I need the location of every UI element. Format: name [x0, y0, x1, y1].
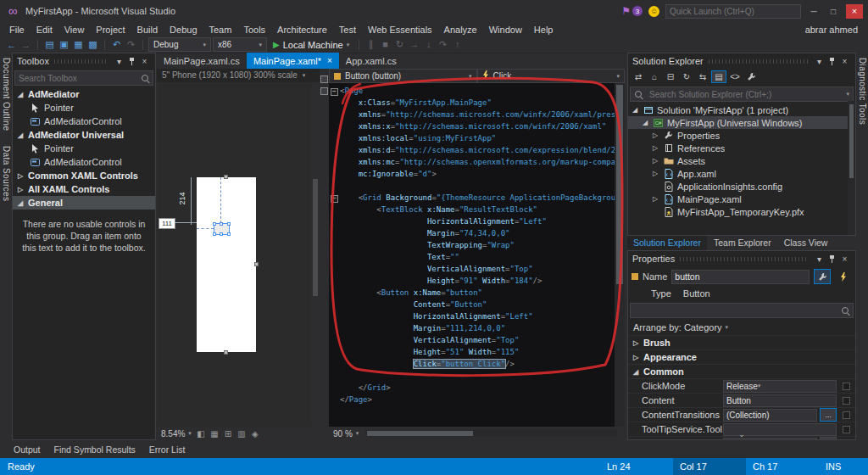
tool-tab-data-sources[interactable]: Data Sources [2, 141, 11, 206]
toolbox-item-pointer[interactable]: Pointer [13, 142, 155, 155]
code-line[interactable]: </Grid> [329, 382, 615, 394]
solution-explorer-search-input[interactable] [646, 90, 846, 99]
property-section-brush[interactable]: ▷Brush [628, 335, 855, 349]
save-all-icon[interactable]: ▩ [86, 39, 99, 50]
split-orientation-button[interactable] [320, 87, 328, 95]
configuration-dropdown[interactable]: Debug ▾ [148, 37, 211, 52]
refresh-icon[interactable]: ↻ [679, 70, 694, 83]
editor-zoom-value[interactable]: 90 % [333, 429, 353, 439]
maximize-button[interactable]: □ [826, 7, 840, 16]
zoom-fit-icon[interactable]: ◧ [195, 429, 207, 439]
property-section-appearance[interactable]: ▷Appearance [628, 349, 855, 364]
tree-item-solution-myfirstapp-1-project[interactable]: ◢Solution 'MyFirstApp' (1 project) [628, 103, 855, 116]
menu-analyze[interactable]: Analyze [438, 24, 483, 36]
code-line[interactable] [329, 180, 615, 192]
code-line[interactable] [329, 370, 615, 382]
properties-view-button[interactable] [814, 269, 831, 284]
notification-badge[interactable]: 3 [632, 6, 643, 16]
tree-item-app-xaml[interactable]: ▷App.xaml [628, 167, 855, 180]
code-line[interactable]: xmlns:mc="http://schemas.openxmlformats.… [329, 156, 615, 168]
fold-marker[interactable]: − [329, 192, 340, 204]
toolbox-group-admediator[interactable]: ◢AdMediator [13, 87, 155, 101]
artboard-bounds-icon[interactable]: ◈ [249, 429, 261, 439]
minimize-button[interactable]: ─ [807, 7, 821, 16]
step-over-icon[interactable]: ↷ [437, 39, 449, 50]
properties-icon[interactable] [743, 70, 759, 83]
editor-scrollbar[interactable] [615, 83, 625, 427]
expander-icon[interactable]: ▷ [651, 195, 659, 203]
editor-horizontal-scrollbar[interactable] [365, 430, 617, 437]
property-marker[interactable] [843, 397, 850, 405]
toolbox-search[interactable] [14, 70, 153, 86]
toolbox-header[interactable]: Toolbox ▾ × [13, 53, 155, 69]
designer-zoom-value[interactable]: 8.54% [161, 429, 185, 439]
snap-to-grid-icon[interactable]: ⊞ [222, 429, 234, 439]
tree-item-properties[interactable]: ▷Properties [628, 129, 855, 142]
smiley-feedback-icon[interactable]: ☺ [648, 6, 659, 17]
snaplines-toggle-icon[interactable]: ▥ [236, 429, 248, 439]
code-line[interactable]: − <Grid Background="{ThemeResource Appli… [329, 192, 615, 204]
save-icon[interactable]: ▦ [72, 39, 85, 50]
collection-editor-button[interactable]: ... [820, 408, 837, 422]
code-line[interactable]: −<Page [329, 85, 615, 97]
panel-tab-class-view[interactable]: Class View [778, 236, 834, 250]
expander-icon[interactable]: ▷ [651, 131, 659, 139]
restart-icon[interactable]: ↻ [393, 39, 406, 50]
doc-tab-app-xaml-cs[interactable]: App.xaml.cs [339, 53, 403, 69]
window-position-icon[interactable]: ▾ [813, 57, 826, 66]
code-line[interactable]: HorizontalAlignment="Left" [329, 310, 615, 322]
code-line[interactable]: <Button x:Name="button" [329, 287, 615, 299]
device-preview-selector[interactable]: 5" Phone (1920 x 1080) 300% scale ▾ [157, 69, 320, 82]
signed-in-user[interactable]: abrar ahmed [805, 25, 858, 35]
new-file-icon[interactable]: ▤ [43, 39, 56, 50]
designer-scrollbar[interactable] [311, 82, 320, 427]
pin-icon[interactable] [125, 58, 138, 65]
expander-icon[interactable]: ▷ [651, 157, 659, 165]
toolbox-item-admediatorcontrol[interactable]: AdMediatorControl [13, 155, 155, 169]
code-line[interactable]: xmlns:d="http://schemas.microsoft.com/ex… [329, 144, 615, 156]
property-value-dropdown[interactable]: Release▾ [723, 380, 837, 393]
swap-panes-button[interactable] [320, 75, 328, 83]
bottom-tab-output[interactable]: Output [14, 444, 41, 455]
chevron-down-icon[interactable]: ▾ [188, 430, 192, 437]
code-line[interactable]: Text="" [329, 251, 615, 263]
artboard-handle[interactable] [254, 262, 259, 266]
code-line[interactable]: HorizontalAlignment="Left" [329, 215, 615, 227]
code-line[interactable]: Content="Button" [329, 299, 615, 310]
fold-marker[interactable]: − [329, 85, 340, 97]
menu-edit[interactable]: Edit [31, 24, 58, 36]
doc-tab-mainpage-xaml[interactable]: MainPage.xaml*× [247, 53, 339, 69]
panel-tab-team-explorer[interactable]: Team Explorer [708, 236, 777, 250]
tree-item-mainpage-xaml[interactable]: ▷MainPage.xaml [628, 193, 855, 205]
redo-icon[interactable]: ↷ [125, 39, 137, 50]
code-line[interactable]: xmlns:local="using:MyFirstApp" [329, 132, 615, 144]
menu-web-essentials[interactable]: Web Essentials [362, 24, 438, 36]
solution-explorer-search[interactable]: ▾ [630, 87, 854, 102]
property-marker[interactable] [843, 411, 850, 419]
view-code-icon[interactable]: <> [727, 70, 743, 83]
code-line[interactable]: Margin="74,34,0,0" [329, 227, 615, 239]
feedback-flag-icon[interactable]: ⚑ [621, 5, 631, 17]
close-icon[interactable]: × [138, 57, 151, 66]
code-line[interactable]: xmlns="http://schemas.microsoft.com/winf… [329, 109, 615, 120]
object-dropdown[interactable]: Button (button) ▾ [329, 69, 477, 83]
code-line[interactable]: Click="button_Click"/> [329, 358, 615, 370]
bottom-tab-error-list[interactable]: Error List [149, 444, 186, 455]
home-icon[interactable]: ⌂ [647, 70, 662, 83]
code-line[interactable]: Height="51" Width="115" [329, 346, 615, 358]
step-into-icon[interactable]: ↓ [422, 39, 435, 50]
quick-launch-input[interactable] [665, 4, 801, 19]
arrange-by-selector[interactable]: Arrange by: Category ▾ [628, 320, 855, 335]
stop-icon[interactable]: ■ [379, 39, 392, 50]
code-line[interactable]: <TextBlock x:Name="ResultTextBlock" [329, 204, 615, 215]
platform-dropdown[interactable]: x86 ▾ [213, 37, 267, 52]
show-grid-icon[interactable]: ▦ [209, 429, 220, 439]
tree-item-myfirstapp-universal-windows[interactable]: ◢C#MyFirstApp (Universal Windows) [628, 116, 855, 129]
menu-window[interactable]: Window [483, 24, 528, 36]
expander-icon[interactable]: ◢ [641, 119, 649, 126]
menu-project[interactable]: Project [90, 24, 131, 36]
code-line[interactable]: Margin="111,214,0,0" [329, 322, 615, 334]
code-line[interactable]: x:Class="MyFirstApp.MainPage" [329, 97, 615, 109]
tree-item-myfirstapp-temporarykey-pfx[interactable]: MyFirstApp_TemporaryKey.pfx [628, 205, 855, 218]
close-button[interactable]: × [846, 4, 863, 19]
